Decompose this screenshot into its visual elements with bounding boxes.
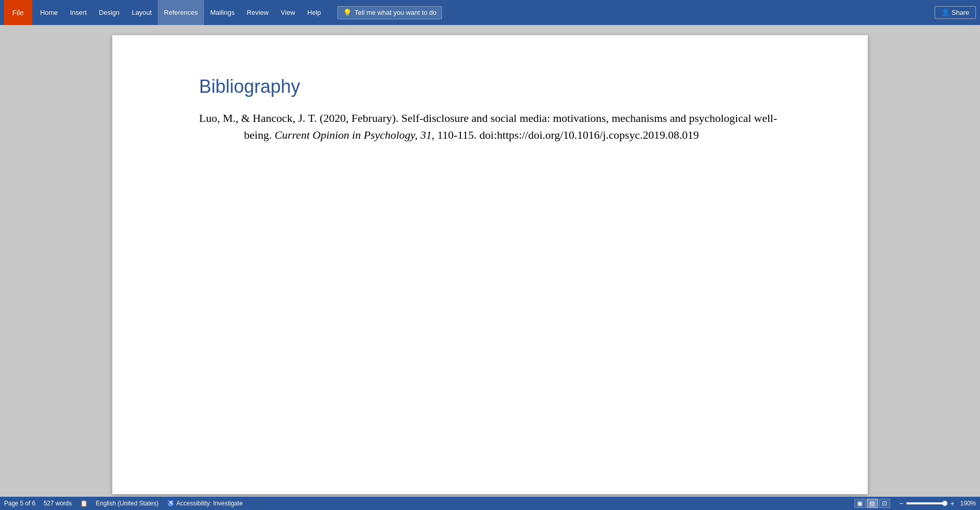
share-label: Share — [951, 9, 969, 16]
page-info-text: Page 5 of 6 — [4, 500, 35, 507]
zoom-level-text: 190% — [958, 500, 976, 507]
accessibility-status[interactable]: ♿ Accessibility: Investigate — [167, 500, 243, 507]
lightbulb-icon: 💡 — [343, 9, 352, 17]
document-area: Bibliography Luo, M., & Hancock, J. T. (… — [0, 25, 980, 497]
status-bar-right: ▣ ▤ ⊡ − + 190% — [854, 499, 976, 508]
view-buttons: ▣ ▤ ⊡ — [854, 499, 890, 508]
word-count[interactable]: 527 words — [43, 500, 71, 507]
document-page: Bibliography Luo, M., & Hancock, J. T. (… — [112, 35, 868, 494]
zoom-slider-fill — [906, 502, 947, 504]
read-view-button[interactable]: ▣ — [854, 499, 866, 508]
menu-item-layout[interactable]: Layout — [126, 0, 158, 25]
web-view-icon: ⊡ — [882, 500, 887, 507]
zoom-out-button[interactable]: − — [898, 499, 904, 507]
status-bar: Page 5 of 6 527 words 📋 English (United … — [0, 497, 980, 510]
tell-me-input[interactable]: 💡 Tell me what you want to do — [337, 6, 442, 19]
title-bar-right: 👤 Share — [935, 6, 976, 19]
zoom-slider[interactable] — [906, 502, 947, 504]
menu-item-mailings[interactable]: Mailings — [204, 0, 241, 25]
share-button[interactable]: 👤 Share — [935, 6, 976, 19]
track-changes-icon[interactable]: 📋 — [80, 500, 88, 507]
tell-me-label: Tell me what you want to do — [355, 9, 436, 16]
language-text: English (United States) — [96, 500, 159, 507]
menu-item-view[interactable]: View — [275, 0, 301, 25]
menu-item-references[interactable]: References — [158, 0, 204, 25]
zoom-in-button[interactable]: + — [949, 499, 955, 507]
menu-item-insert[interactable]: Insert — [64, 0, 93, 25]
file-menu-button[interactable]: File — [4, 0, 32, 25]
entry-text-italic: Current Opinion in Psychology, 31 — [275, 129, 432, 141]
share-icon: 👤 — [941, 9, 949, 16]
print-view-button[interactable]: ▤ — [867, 499, 878, 508]
menu-item-review[interactable]: Review — [240, 0, 275, 25]
print-view-icon: ▤ — [869, 500, 875, 507]
bibliography-heading: Bibliography — [199, 76, 781, 97]
menu-item-help[interactable]: Help — [301, 0, 327, 25]
entry-text-part2: , 110-115. doi:https://doi.org/10.1016/j… — [432, 129, 699, 141]
zoom-slider-thumb[interactable] — [942, 501, 947, 506]
web-view-button[interactable]: ⊡ — [879, 499, 890, 508]
menu-item-home[interactable]: Home — [34, 0, 64, 25]
word-count-text: 527 words — [43, 500, 71, 507]
read-view-icon: ▣ — [857, 500, 863, 507]
menu-bar: Home Insert Design Layout References Mai… — [34, 0, 935, 25]
zoom-controls: − + 190% — [898, 499, 976, 507]
accessibility-text: Accessibility: Investigate — [177, 500, 243, 507]
file-label: File — [12, 9, 24, 17]
title-bar: File Home Insert Design Layout Reference… — [0, 0, 980, 25]
accessibility-icon: ♿ — [167, 500, 175, 507]
bibliography-entry: Luo, M., & Hancock, J. T. (2020, Februar… — [199, 110, 781, 143]
page-info[interactable]: Page 5 of 6 — [4, 500, 35, 507]
menu-item-design[interactable]: Design — [93, 0, 126, 25]
language-selector[interactable]: English (United States) — [96, 500, 159, 507]
status-bar-left: Page 5 of 6 527 words 📋 English (United … — [4, 500, 243, 507]
